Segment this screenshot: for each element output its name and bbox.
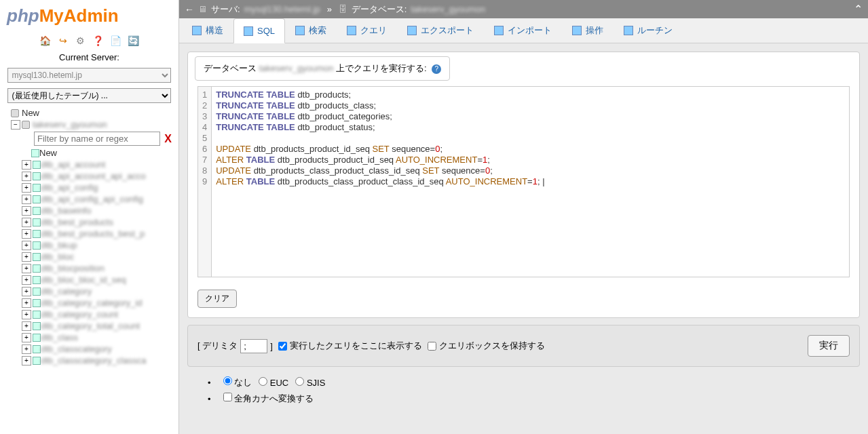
db-name[interactable]: takeserv_gyoumon: [411, 4, 485, 14]
logout-icon[interactable]: ↪: [57, 35, 69, 47]
help-icon[interactable]: ❓: [92, 35, 105, 47]
show-query-label: 実行したクエリをここに表示する: [290, 340, 422, 352]
line-gutter: 123456789: [198, 87, 212, 277]
encoding-none[interactable]: なし: [223, 376, 252, 389]
tree-table-row[interactable]: + dtb_bloc_bloc_id_seq: [0, 274, 178, 285]
clear-filter-icon[interactable]: X: [164, 133, 172, 145]
tab-SQL[interactable]: SQL: [233, 18, 285, 43]
database-icon: 🗄: [339, 4, 347, 14]
tab-エクスポート[interactable]: エクスポート: [397, 18, 484, 43]
table-icon: [33, 195, 41, 203]
encoding-options: • なし EUC SJIS • 全角カナへ変換する: [208, 376, 860, 405]
delimiter-label-close: ]: [270, 341, 273, 351]
tab-icon: [295, 26, 305, 35]
tree-table-row[interactable]: + dtb_category_count: [0, 309, 178, 320]
expand-icon[interactable]: +: [22, 275, 31, 285]
expand-icon[interactable]: +: [22, 183, 31, 193]
expand-icon[interactable]: +: [22, 264, 31, 273]
recent-tables-select[interactable]: (最近使用したテーブル) ...: [7, 88, 172, 103]
expand-icon[interactable]: +: [22, 206, 31, 216]
encoding-sjis[interactable]: SJIS: [295, 377, 325, 388]
current-server-label: Current Server:: [0, 50, 178, 65]
sql-panel: データベース takeserv_gyoumon 上でクエリを実行する: ? 12…: [187, 52, 860, 318]
expand-icon[interactable]: +: [22, 252, 31, 262]
delimiter-input[interactable]: [240, 339, 267, 353]
tree-db[interactable]: − takeserv_gyoumon: [0, 119, 178, 130]
expand-icon[interactable]: +: [22, 321, 31, 331]
options-bar: [ デリミタ ] 実行したクエリをここに表示する クエリボックスを保持する 実行: [187, 325, 860, 367]
encoding-euc[interactable]: EUC: [259, 377, 288, 388]
tree-table-row[interactable]: + dtb_best_products_best_p: [0, 228, 178, 239]
table-icon: [33, 241, 41, 250]
tree-table-row[interactable]: + dtb_api_account_api_acco: [0, 170, 178, 182]
tree-table-row[interactable]: + dtb_class: [0, 332, 178, 343]
tree-table-row[interactable]: + dtb_api_config_api_config: [0, 193, 178, 205]
execute-button[interactable]: 実行: [808, 335, 850, 357]
clear-button[interactable]: クリア: [197, 290, 237, 308]
tab-インポート[interactable]: インポート: [484, 18, 562, 43]
tree-table-row[interactable]: + dtb_category_category_id: [0, 297, 178, 309]
tab-検索[interactable]: 検索: [285, 18, 337, 43]
server-name[interactable]: mysql130.heteml.jp: [244, 4, 320, 14]
tree-table-row[interactable]: + dtb_blocposition: [0, 262, 178, 274]
tree-table-row[interactable]: + dtb_bloc: [0, 251, 178, 262]
tree-table-row[interactable]: + dtb_api_account: [0, 159, 178, 170]
content: データベース takeserv_gyoumon 上でクエリを実行する: ? 12…: [179, 43, 868, 434]
expand-icon[interactable]: +: [22, 298, 31, 308]
tree-table-row[interactable]: + dtb_baseinfo: [0, 205, 178, 216]
collapse-panel-icon[interactable]: ⌃: [854, 3, 863, 16]
main: ← 🖥 サーバ: mysql130.heteml.jp » 🗄 データベース: …: [179, 0, 868, 434]
expand-icon[interactable]: +: [22, 195, 31, 204]
expand-icon[interactable]: +: [22, 241, 31, 250]
table-icon: [33, 345, 41, 353]
sql-editor[interactable]: 123456789 TRUNCATE TABLE dtb_products;TR…: [197, 86, 850, 277]
expand-icon[interactable]: +: [22, 172, 31, 181]
refresh-icon[interactable]: 🔄: [128, 35, 140, 47]
tab-構造[interactable]: 構造: [182, 18, 233, 43]
expand-icon[interactable]: +: [22, 160, 31, 170]
table-icon: [33, 334, 41, 342]
table-icon: [33, 299, 41, 307]
breadcrumb-bar: ← 🖥 サーバ: mysql130.heteml.jp » 🗄 データベース: …: [179, 0, 868, 18]
expand-icon[interactable]: +: [22, 310, 31, 319]
keep-box-label: クエリボックスを保持する: [439, 340, 545, 352]
home-icon[interactable]: 🏠: [39, 35, 52, 47]
tree-table-row[interactable]: + dtb_bkup: [0, 239, 178, 251]
collapse-icon[interactable]: −: [11, 120, 20, 130]
tree-table-row[interactable]: + dtb_category: [0, 285, 178, 297]
db-icon: [11, 109, 19, 117]
table-icon: [33, 288, 41, 296]
keep-box-checkbox[interactable]: [428, 342, 436, 351]
filter-input[interactable]: [34, 132, 160, 146]
help-icon[interactable]: ?: [432, 64, 441, 74]
tab-操作[interactable]: 操作: [562, 18, 614, 43]
expand-icon[interactable]: +: [22, 218, 31, 227]
docs-icon[interactable]: 📄: [110, 35, 122, 47]
tree-table-row[interactable]: + dtb_classcategory_classca: [0, 355, 178, 366]
tab-icon: [494, 26, 504, 35]
sidebar: phpMyAdmin 🏠 ↪ ⚙ ❓ 📄 🔄 Current Server: m…: [0, 0, 179, 434]
tab-icon: [192, 26, 202, 35]
show-query-checkbox[interactable]: [278, 342, 287, 351]
tree-table-row[interactable]: + dtb_category_total_count: [0, 320, 178, 332]
gear-icon[interactable]: ⚙: [75, 35, 87, 47]
table-icon: [33, 357, 41, 365]
db-icon: [22, 121, 30, 129]
tree-table-row[interactable]: + dtb_api_config: [0, 182, 178, 193]
tree-new-root[interactable]: New: [0, 107, 178, 119]
kana-convert[interactable]: 全角カナへ変換する: [223, 393, 314, 405]
tree-table-row[interactable]: New: [0, 147, 178, 159]
expand-icon[interactable]: +: [22, 344, 31, 354]
tree-table-row[interactable]: + dtb_classcategory: [0, 343, 178, 355]
tab-ルーチン[interactable]: ルーチン: [614, 18, 683, 43]
code-area[interactable]: TRUNCATE TABLE dtb_products;TRUNCATE TAB…: [212, 87, 849, 277]
expand-icon[interactable]: +: [22, 333, 31, 342]
expand-icon[interactable]: +: [22, 287, 31, 296]
expand-icon[interactable]: +: [22, 229, 31, 239]
expand-icon[interactable]: +: [22, 356, 31, 366]
nav-back-icon[interactable]: ←: [185, 4, 194, 15]
table-icon: [33, 161, 41, 169]
tree-table-row[interactable]: + dtb_best_products: [0, 216, 178, 228]
tab-クエリ[interactable]: クエリ: [337, 18, 397, 43]
server-select[interactable]: mysql130.heteml.jp: [7, 68, 172, 83]
